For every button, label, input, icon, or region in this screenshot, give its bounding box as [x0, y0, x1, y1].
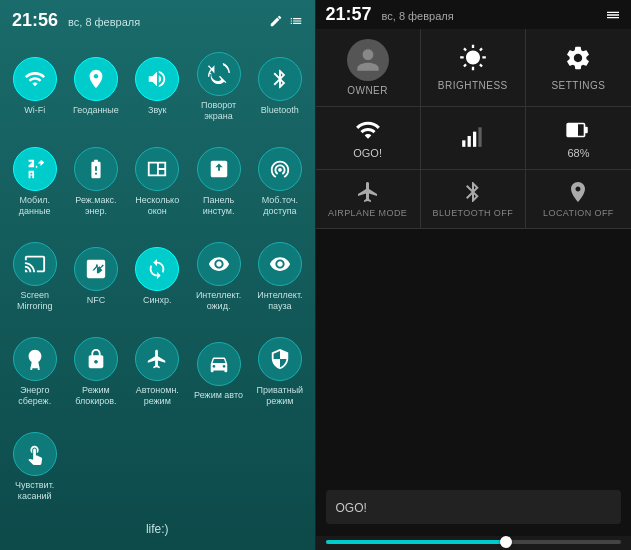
- sound-icon-circle: [135, 57, 179, 101]
- smart-pause-toggle[interactable]: Интеллект. пауза: [251, 231, 308, 322]
- hotspot-icon-circle: [258, 147, 302, 191]
- wifi-label: Wi-Fi: [24, 105, 45, 116]
- multiwindow-icon-circle: [135, 147, 179, 191]
- touch-toggle[interactable]: Чувствит. касаний: [6, 421, 63, 512]
- brightness-slider[interactable]: [326, 540, 622, 544]
- right-status-bar: 21:57 вс, 8 февраля: [316, 0, 631, 29]
- top-quick-tiles: OWNER BRIGHTNESS SETTINGS: [316, 29, 631, 107]
- bluetooth-off-tile[interactable]: BLUETOOTH OFF: [421, 170, 526, 228]
- power-mode-icon-circle: [74, 147, 118, 191]
- smart-pause-label: Интеллект. пауза: [253, 290, 306, 312]
- hotspot-toggle[interactable]: Моб.точ. доступа: [251, 136, 308, 227]
- mobile-data-icon-circle: [13, 147, 57, 191]
- wifi-status-cell[interactable]: OGO!: [316, 107, 421, 169]
- notification-area: OGO!: [316, 229, 631, 536]
- sync-toggle[interactable]: Синхр.: [129, 231, 186, 322]
- brightness-label: BRIGHTNESS: [438, 80, 508, 91]
- right-date: вс, 8 февраля: [382, 10, 454, 22]
- settings-tile[interactable]: SETTINGS: [526, 29, 631, 106]
- bluetooth-toggle[interactable]: Bluetooth: [251, 41, 308, 132]
- smart-stay-label: Интеллект. ожид.: [192, 290, 245, 312]
- driving-icon-circle: [197, 342, 241, 386]
- driving-toggle[interactable]: Режим авто: [190, 326, 247, 417]
- bluetooth-label: Bluetooth: [261, 105, 299, 116]
- power-save-toggle[interactable]: Энерго сбереж.: [6, 326, 63, 417]
- left-time: 21:56: [12, 10, 58, 31]
- smart-stay-toggle[interactable]: Интеллект. ожид.: [190, 231, 247, 322]
- airplane-label: Автономн. режим: [131, 385, 184, 407]
- rotate-label: Поворот экрана: [192, 100, 245, 122]
- screen-mirror-label: Screen Mirroring: [8, 290, 61, 312]
- left-status-icons: [269, 14, 303, 28]
- owner-avatar: [347, 39, 389, 81]
- svg-rect-2: [473, 132, 476, 147]
- bottom-text: life:): [4, 516, 311, 542]
- sound-label: Звук: [148, 105, 166, 116]
- mobile-data-label: Мобил. данные: [8, 195, 61, 217]
- right-panel: 21:57 вс, 8 февраля OWNER BRIGHTNESS SET…: [316, 0, 631, 550]
- hotspot-label: Моб.точ. доступа: [253, 195, 306, 217]
- svg-rect-6: [585, 127, 588, 134]
- geo-icon-circle: [74, 57, 118, 101]
- power-mode-toggle[interactable]: Реж.макс. энер.: [67, 136, 124, 227]
- pencil-icon: [269, 14, 283, 28]
- wifi-icon-circle: [13, 57, 57, 101]
- status-row: OGO! 68%: [316, 107, 631, 170]
- left-date: вс, 8 февраля: [68, 16, 140, 28]
- rotate-toggle[interactable]: Поворот экрана: [190, 41, 247, 132]
- power-mode-label: Реж.макс. энер.: [69, 195, 122, 217]
- mobile-data-toggle[interactable]: Мобил. данные: [6, 136, 63, 227]
- airplane-mode-label: AIRPLANE MODE: [328, 208, 407, 218]
- sync-icon-circle: [135, 247, 179, 291]
- power-save-label: Энерго сбереж.: [8, 385, 61, 407]
- brightness-fill: [326, 540, 503, 544]
- sound-toggle[interactable]: Звук: [129, 41, 186, 132]
- brightness-tile[interactable]: BRIGHTNESS: [421, 29, 526, 106]
- block-mode-label: Режим блокиров.: [69, 385, 122, 407]
- airplane-mode-tile[interactable]: AIRPLANE MODE: [316, 170, 421, 228]
- svg-rect-3: [478, 127, 481, 146]
- power-save-icon-circle: [13, 337, 57, 381]
- battery-status-label: 68%: [567, 147, 589, 159]
- notification-item[interactable]: OGO!: [326, 490, 622, 524]
- multiwindow-toggle[interactable]: Несколько окон: [129, 136, 186, 227]
- location-off-label: LOCATION OFF: [543, 208, 614, 218]
- panel-toggle[interactable]: Панель инстум.: [190, 136, 247, 227]
- block-mode-icon-circle: [74, 337, 118, 381]
- owner-tile[interactable]: OWNER: [316, 29, 421, 106]
- touch-label: Чувствит. касаний: [8, 480, 61, 502]
- right-menu-icon: [605, 7, 621, 23]
- geo-toggle[interactable]: Геоданные: [67, 41, 124, 132]
- sync-label: Синхр.: [143, 295, 172, 306]
- left-panel: 21:56 вс, 8 февраля Wi-Fi Геоданные: [0, 0, 315, 550]
- private-label: Приватный режим: [253, 385, 306, 407]
- wifi-status-label: OGO!: [353, 147, 382, 159]
- brightness-slider-container: [316, 536, 631, 550]
- signal-status-cell[interactable]: [421, 107, 526, 169]
- bluetooth-off-label: BLUETOOTH OFF: [432, 208, 513, 218]
- airplane-icon-circle: [135, 337, 179, 381]
- right-time: 21:57: [326, 4, 372, 25]
- location-off-tile[interactable]: LOCATION OFF: [526, 170, 631, 228]
- panel-label: Панель инстум.: [192, 195, 245, 217]
- driving-label: Режим авто: [194, 390, 243, 401]
- screen-mirror-icon-circle: [13, 242, 57, 286]
- geo-label: Геоданные: [73, 105, 119, 116]
- nfc-label: NFC: [87, 295, 106, 306]
- left-status-bar: 21:56 вс, 8 февраля: [4, 8, 311, 37]
- rotate-icon-circle: [197, 52, 241, 96]
- battery-status-cell[interactable]: 68%: [526, 107, 631, 169]
- quick-settings-grid: Wi-Fi Геоданные Звук Поворот экрана: [4, 37, 311, 516]
- airplane-toggle[interactable]: Автономн. режим: [129, 326, 186, 417]
- block-mode-toggle[interactable]: Режим блокиров.: [67, 326, 124, 417]
- bottom-quick-tiles: AIRPLANE MODE BLUETOOTH OFF LOCATION OFF: [316, 170, 631, 229]
- brightness-thumb: [500, 536, 512, 548]
- private-toggle[interactable]: Приватный режим: [251, 326, 308, 417]
- nfc-icon-circle: [74, 247, 118, 291]
- settings-label: SETTINGS: [551, 80, 605, 91]
- nfc-toggle[interactable]: NFC: [67, 231, 124, 322]
- screen-mirror-toggle[interactable]: Screen Mirroring: [6, 231, 63, 322]
- svg-rect-0: [462, 140, 465, 147]
- wifi-toggle[interactable]: Wi-Fi: [6, 41, 63, 132]
- bluetooth-icon-circle: [258, 57, 302, 101]
